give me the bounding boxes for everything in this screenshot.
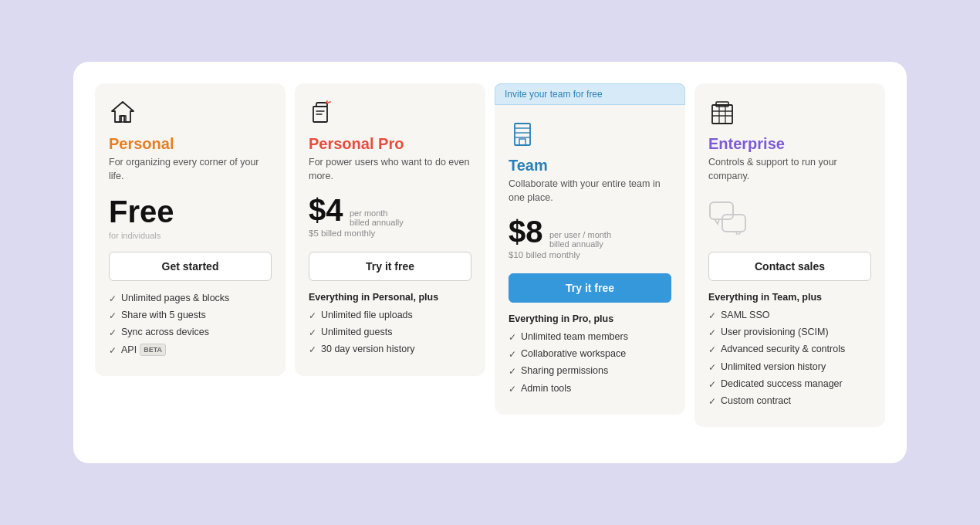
- enterprise-features: Everything in Team, plus ✓ SAML SSO ✓ Us…: [708, 292, 871, 412]
- personal-price-for: for individuals: [109, 231, 272, 240]
- feature-label: Unlimited team members: [521, 330, 628, 344]
- feature-item: ✓ Unlimited team members: [509, 330, 671, 344]
- feature-item: ✓ Custom contract: [708, 395, 871, 408]
- feature-item: ✓ User provisioning (SCIM): [708, 326, 871, 339]
- check-icon: ✓: [509, 348, 516, 361]
- team-price-details: per user / month billed annually: [549, 230, 611, 249]
- feature-label: Advanced security & controls: [721, 343, 845, 356]
- plan-card-personal: Personal For organizing every corner of …: [95, 83, 286, 376]
- team-plan-name: Team: [509, 157, 671, 174]
- feature-label: Unlimited guests: [321, 326, 392, 339]
- enterprise-price-area: [708, 195, 871, 241]
- personal-pro-price-monthly: $5 billed monthly: [309, 229, 471, 238]
- svg-rect-14: [722, 215, 745, 232]
- enterprise-features-header: Everything in Team, plus: [708, 292, 871, 303]
- plan-card-enterprise: Enterprise Controls & support to run you…: [694, 83, 885, 427]
- team-price-area: $8 per user / month billed annually $10 …: [509, 216, 671, 262]
- plan-personal-pro: Personal Pro For power users who want to…: [295, 83, 485, 376]
- check-icon: ✓: [509, 383, 516, 395]
- enterprise-plan-name: Enterprise: [708, 135, 871, 153]
- feature-label: Admin tools: [521, 382, 571, 395]
- check-icon: ✓: [708, 310, 716, 322]
- feature-item: ✓ Admin tools: [509, 382, 671, 395]
- feature-item: ✓ Sharing permissions: [509, 364, 671, 378]
- check-icon: ✓: [708, 361, 716, 374]
- plan-team: Invite your team for free Team Collabora…: [495, 83, 685, 415]
- billed-annually-label: billed annually: [549, 239, 611, 249]
- personal-get-started-button[interactable]: Get started: [109, 252, 272, 281]
- personal-pro-plan-name: Personal Pro: [309, 135, 471, 153]
- feature-item: ✓ Advanced security & controls: [708, 343, 871, 356]
- check-icon: ✓: [109, 327, 117, 339]
- plan-enterprise: Enterprise Controls & support to run you…: [694, 83, 885, 427]
- feature-label: Unlimited version history: [721, 361, 826, 374]
- personal-pro-try-free-button[interactable]: Try it free: [309, 252, 471, 281]
- personal-icon: [109, 99, 272, 130]
- svg-rect-8: [716, 102, 728, 107]
- per-month-label: per user / month: [549, 230, 611, 239]
- feature-label: 30 day version history: [321, 343, 415, 356]
- personal-pro-features-header: Everything in Personal, plus: [309, 292, 471, 303]
- personal-plan-desc: For organizing every corner of your life…: [109, 156, 272, 184]
- feature-item: ✓ Sync across devices: [109, 326, 272, 339]
- personal-features: ✓ Unlimited pages & blocks ✓ Share with …: [109, 292, 272, 361]
- feature-item: ✓ Unlimited version history: [708, 361, 871, 374]
- feature-label: Unlimited file uploads: [321, 309, 413, 322]
- personal-price-free: Free: [109, 195, 272, 229]
- feature-label: User provisioning (SCIM): [721, 326, 829, 339]
- check-icon: ✓: [309, 310, 316, 322]
- check-icon: ✓: [708, 344, 716, 356]
- plan-card-personal-pro: Personal Pro For power users who want to…: [295, 83, 485, 376]
- per-month-label: per month: [350, 208, 404, 218]
- personal-price-area: Free for individuals: [109, 195, 272, 241]
- plans-container: Personal For organizing every corner of …: [95, 83, 885, 427]
- team-plan-desc: Collaborate with your entire team in one…: [509, 178, 671, 205]
- speech-bubbles-icon: [708, 201, 749, 235]
- check-icon: ✓: [509, 331, 516, 344]
- feature-item: ✓ Dedicated success manager: [708, 378, 871, 391]
- personal-pro-plan-desc: For power users who want to do even more…: [309, 156, 471, 184]
- personal-pro-price-details: per month billed annually: [350, 208, 404, 227]
- team-icon: [509, 120, 671, 152]
- plan-card-team: Team Collaborate with your entire team i…: [495, 105, 685, 415]
- svg-rect-2: [515, 124, 530, 145]
- feature-label: API: [121, 344, 137, 357]
- check-icon: ✓: [708, 327, 716, 339]
- personal-pro-price-main: $4: [309, 195, 343, 225]
- api-beta-badge: BETA: [140, 344, 166, 356]
- team-banner: Invite your team for free: [495, 83, 685, 105]
- feature-item: ✓ Unlimited guests: [309, 326, 471, 339]
- feature-label: Dedicated success manager: [721, 378, 843, 391]
- feature-label: SAML SSO: [721, 309, 769, 322]
- feature-label: Share with 5 guests: [121, 309, 206, 322]
- team-features-header: Everything in Pro, plus: [509, 313, 671, 324]
- team-try-free-button[interactable]: Try it free: [509, 273, 671, 303]
- feature-item: ✓ Unlimited pages & blocks: [109, 292, 272, 305]
- feature-item: ✓ Unlimited file uploads: [309, 309, 471, 322]
- personal-pro-price-area: $4 per month billed annually $5 billed m…: [309, 195, 471, 241]
- check-icon: ✓: [509, 365, 516, 378]
- billed-annually-label: billed annually: [350, 218, 404, 227]
- team-price-monthly: $10 billed monthly: [509, 250, 671, 259]
- feature-item: ✓ Collaborative workspace: [509, 347, 671, 361]
- check-icon: ✓: [109, 344, 117, 357]
- feature-item: ✓ API BETA: [109, 344, 272, 357]
- check-icon: ✓: [109, 293, 117, 305]
- check-icon: ✓: [708, 395, 716, 408]
- feature-label: Sync across devices: [121, 326, 209, 339]
- check-icon: ✓: [309, 327, 316, 339]
- feature-label: Unlimited pages & blocks: [121, 292, 229, 305]
- check-icon: ✓: [708, 378, 716, 391]
- personal-plan-name: Personal: [109, 135, 272, 153]
- enterprise-contact-sales-button[interactable]: Contact sales: [708, 252, 871, 281]
- plan-personal: Personal For organizing every corner of …: [95, 83, 286, 376]
- check-icon: ✓: [309, 344, 316, 356]
- pricing-card: Personal For organizing every corner of …: [73, 62, 907, 463]
- svg-rect-13: [710, 202, 733, 219]
- feature-label: Custom contract: [721, 395, 791, 408]
- feature-label: Sharing permissions: [521, 364, 608, 378]
- feature-label: Collaborative workspace: [521, 347, 626, 361]
- feature-item: ✓ Share with 5 guests: [109, 309, 272, 322]
- team-features: Everything in Pro, plus ✓ Unlimited team…: [509, 313, 671, 399]
- enterprise-icon: [708, 99, 871, 130]
